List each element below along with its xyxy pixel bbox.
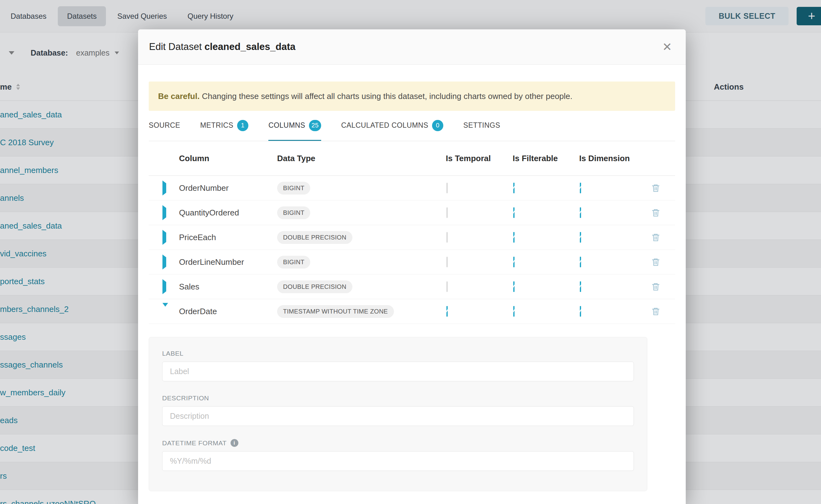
datetime-format-input[interactable] — [162, 451, 634, 471]
is-temporal-checkbox[interactable] — [447, 207, 448, 218]
label-field-label-text: LABEL — [162, 350, 183, 357]
column-row: Sales DOUBLE PRECISION — [149, 274, 675, 299]
collapse-caret-icon[interactable] — [162, 303, 168, 316]
is-dimension-checkbox[interactable] — [580, 183, 581, 193]
expand-caret-icon[interactable] — [162, 230, 166, 245]
column-name: OrderLineNumber — [179, 257, 277, 267]
modal-title: Edit Dataset cleaned_sales_data — [149, 41, 295, 52]
data-type-pill: BIGINT — [277, 182, 310, 195]
tab-label: SETTINGS — [463, 121, 500, 130]
description-field-label: DESCRIPTION — [162, 394, 634, 402]
expand-caret-icon[interactable] — [162, 205, 166, 220]
is-temporal-header: Is Temporal — [446, 154, 513, 163]
data-type-pill: DOUBLE PRECISION — [277, 280, 352, 293]
tab-label: SOURCE — [149, 121, 180, 130]
tab-source[interactable]: SOURCE — [149, 111, 180, 141]
expand-caret-icon[interactable] — [162, 254, 166, 269]
data-type-pill: DOUBLE PRECISION — [277, 231, 352, 244]
warning-text: Changing these settings will affect all … — [200, 91, 572, 101]
column-detail-panel: LABEL DESCRIPTION DATETIME FORMAT i — [149, 337, 647, 491]
delete-column-icon[interactable] — [651, 258, 660, 266]
is-dimension-checkbox[interactable] — [580, 232, 581, 243]
metrics-count-badge: 1 — [237, 120, 248, 131]
column-row: QuantityOrdered BIGINT — [149, 200, 675, 225]
is-dimension-checkbox[interactable] — [580, 257, 581, 267]
tab-calculated-columns[interactable]: CALCULATED COLUMNS 0 — [341, 111, 443, 141]
delete-column-icon[interactable] — [651, 307, 660, 316]
column-row: OrderLineNumber BIGINT — [149, 250, 675, 274]
data-type-header: Data Type — [277, 154, 446, 163]
column-header: Column — [179, 154, 277, 163]
warning-bold-text: Be careful. — [158, 91, 200, 101]
tab-label: COLUMNS — [268, 121, 305, 130]
modal-header: Edit Dataset cleaned_sales_data ✕ — [138, 29, 686, 65]
is-filterable-checkbox[interactable] — [513, 232, 515, 243]
column-row: PriceEach DOUBLE PRECISION — [149, 225, 675, 250]
is-dimension-checkbox[interactable] — [580, 207, 581, 218]
is-filterable-header: Is Filterable — [513, 154, 579, 163]
close-icon[interactable]: ✕ — [662, 41, 672, 53]
is-dimension-checkbox[interactable] — [580, 281, 581, 292]
is-dimension-header: Is Dimension — [579, 154, 636, 163]
tab-metrics[interactable]: METRICS 1 — [200, 111, 248, 141]
is-temporal-checkbox[interactable] — [447, 257, 448, 267]
is-filterable-checkbox[interactable] — [513, 257, 515, 267]
modal-tabs: SOURCE METRICS 1 COLUMNS 25 CALCULATED C… — [149, 111, 675, 141]
column-row: OrderDate TIMESTAMP WITHOUT TIME ZONE — [149, 299, 675, 324]
expand-caret-icon[interactable] — [162, 180, 166, 195]
columns-count-badge: 25 — [309, 120, 321, 131]
datetime-format-field-label: DATETIME FORMAT i — [162, 439, 634, 447]
delete-column-icon[interactable] — [651, 233, 660, 242]
delete-column-icon[interactable] — [651, 184, 660, 192]
is-filterable-checkbox[interactable] — [513, 306, 515, 317]
tab-columns[interactable]: COLUMNS 25 — [268, 111, 321, 141]
tab-label: CALCULATED COLUMNS — [341, 121, 428, 130]
modal-title-prefix: Edit Dataset — [149, 41, 204, 52]
is-temporal-checkbox[interactable] — [447, 183, 448, 193]
tab-settings[interactable]: SETTINGS — [463, 111, 500, 141]
columns-table-header: Column Data Type Is Temporal Is Filterab… — [149, 141, 675, 176]
delete-column-icon[interactable] — [651, 208, 660, 217]
label-field-label: LABEL — [162, 350, 634, 357]
is-filterable-checkbox[interactable] — [513, 281, 515, 292]
calculated-columns-count-badge: 0 — [432, 120, 443, 131]
is-dimension-checkbox[interactable] — [580, 306, 581, 317]
column-name: QuantityOrdered — [179, 208, 277, 218]
label-input[interactable] — [162, 362, 634, 381]
column-row: OrderNumber BIGINT — [149, 176, 675, 200]
info-icon[interactable]: i — [230, 439, 238, 447]
description-field-label-text: DESCRIPTION — [162, 394, 209, 402]
is-temporal-checkbox[interactable] — [447, 232, 448, 243]
data-type-pill: TIMESTAMP WITHOUT TIME ZONE — [277, 305, 394, 318]
delete-column-icon[interactable] — [651, 282, 660, 291]
column-name: OrderNumber — [179, 183, 277, 193]
data-type-pill: BIGINT — [277, 206, 310, 219]
datetime-format-label-text: DATETIME FORMAT — [162, 439, 227, 447]
is-temporal-checkbox[interactable] — [447, 281, 448, 292]
is-filterable-checkbox[interactable] — [513, 207, 515, 218]
column-name: PriceEach — [179, 233, 277, 242]
is-temporal-checkbox[interactable] — [447, 306, 448, 317]
data-type-pill: BIGINT — [277, 256, 310, 269]
tab-label: METRICS — [200, 121, 233, 130]
is-filterable-checkbox[interactable] — [513, 183, 515, 193]
expand-caret-icon[interactable] — [162, 279, 166, 294]
description-input[interactable] — [162, 406, 634, 426]
column-name: Sales — [179, 282, 277, 292]
edit-dataset-modal: Edit Dataset cleaned_sales_data ✕ Be car… — [138, 29, 686, 504]
warning-banner: Be careful. Changing these settings will… — [149, 82, 675, 111]
column-name: OrderDate — [179, 307, 277, 316]
modal-title-dataset-name: cleaned_sales_data — [204, 41, 295, 52]
modal-body: Be careful. Changing these settings will… — [138, 65, 686, 504]
